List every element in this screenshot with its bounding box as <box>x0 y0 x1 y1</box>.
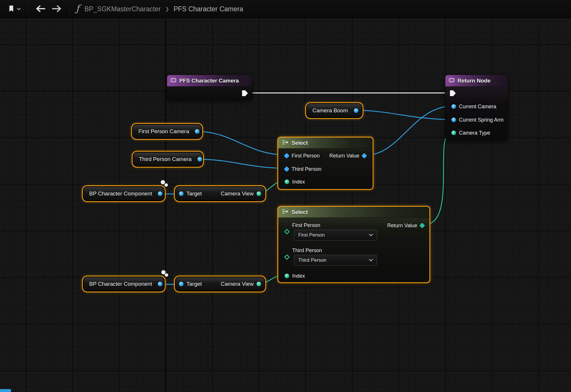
third-person-dropdown[interactable]: Third Person <box>294 255 377 266</box>
return-value-output-pin[interactable] <box>419 223 425 228</box>
breadcrumb: BP_SGKMasterCharacter ❯ PFS Character Ca… <box>85 5 243 13</box>
third-person-input-pin[interactable] <box>284 166 290 172</box>
grid-origin-line <box>165 18 166 392</box>
node-title: Select <box>292 140 308 146</box>
node-header: Return Node <box>445 75 508 87</box>
variable-get-bp-character-component-2[interactable]: BP Character Component <box>82 276 166 292</box>
index-input-pin[interactable] <box>285 179 289 184</box>
back-arrow-icon <box>35 5 45 13</box>
first-person-input-pin[interactable] <box>284 229 290 235</box>
wire-bubble <box>161 180 165 184</box>
variable-get-first-person-camera[interactable]: First Person Camera <box>131 123 203 140</box>
camera-view-node-2[interactable]: Target Camera View <box>174 276 266 292</box>
select-node-icon <box>282 209 289 215</box>
target-input-pin[interactable] <box>179 191 184 196</box>
toolbar-divider <box>69 3 69 15</box>
third-person-label: Third Person <box>292 248 322 254</box>
camera-view-output-pin[interactable] <box>257 191 261 196</box>
chevron-down-icon <box>17 7 21 11</box>
camera-view-node-1[interactable]: Target Camera View <box>174 185 266 202</box>
bookmark-icon <box>8 5 14 13</box>
select-node-compact[interactable]: Select First Person Return Value Third P… <box>277 137 374 190</box>
object-output-pin[interactable] <box>354 108 358 113</box>
third-person-camera-wire <box>198 159 285 168</box>
return-value-output-pin[interactable] <box>361 153 367 159</box>
function-node-icon <box>449 78 455 84</box>
node-header: Select <box>278 207 429 218</box>
exec-input-pin[interactable] <box>450 90 456 96</box>
current-spring-arm-pin[interactable] <box>451 118 456 122</box>
dropdown-value: Third Person <box>298 257 369 263</box>
object-output-pin[interactable] <box>158 191 162 196</box>
forward-arrow-icon <box>52 5 62 13</box>
wire-bubble <box>165 273 168 277</box>
camera-view-output-pin[interactable] <box>257 282 261 286</box>
pin-label: Camera Type <box>459 130 490 136</box>
pin-label: Third Person <box>292 166 321 172</box>
bottom-left-accent <box>0 389 11 392</box>
breadcrumb-root[interactable]: BP_SGKMasterCharacter <box>85 5 161 13</box>
variable-get-third-person-camera[interactable]: Third Person Camera <box>132 151 204 168</box>
back-button[interactable] <box>33 3 48 15</box>
pin-label: Current Spring Arm <box>459 117 504 123</box>
dropdown-value: First Person <box>298 232 369 238</box>
breadcrumb-current[interactable]: PFS Character Camera <box>173 5 243 13</box>
first-person-input-pin[interactable] <box>284 153 290 159</box>
variable-get-bp-character-component-1[interactable]: BP Character Component <box>82 185 166 202</box>
pin-label: Index <box>292 273 305 279</box>
function-entry-node[interactable]: PFS Character Camera <box>167 75 252 100</box>
forward-button[interactable] <box>50 3 65 15</box>
pin-label: Target <box>186 281 202 287</box>
exec-output-pin[interactable] <box>242 90 248 96</box>
pin-label: Index <box>292 179 305 185</box>
select-node-icon <box>282 140 289 146</box>
node-title: Select <box>292 209 308 215</box>
pin-label: First Person <box>292 153 320 159</box>
node-title: Camera Boom <box>312 107 348 114</box>
select-return-wire <box>367 106 452 155</box>
function-node-icon <box>171 78 176 84</box>
breadcrumb-separator-icon: ❯ <box>165 6 169 12</box>
wire-bubble <box>164 183 168 187</box>
graph-toolbar: ƒ BP_SGKMasterCharacter ❯ PFS Character … <box>0 0 571 18</box>
node-header: Select <box>278 138 373 149</box>
node-title: BP Character Component <box>89 281 152 287</box>
first-person-label: First Person <box>292 222 320 228</box>
node-header: PFS Character Camera <box>167 75 252 87</box>
node-title: BP Character Component <box>89 190 152 197</box>
index-input-pin[interactable] <box>285 274 289 278</box>
function-icon: ƒ <box>76 3 79 14</box>
object-output-pin[interactable] <box>158 282 162 286</box>
variable-get-camera-boom[interactable]: Camera Boom <box>305 102 363 119</box>
return-node[interactable]: Return Node Current Camera Current Sprin… <box>445 75 508 140</box>
pin-label: Return Value <box>387 223 417 229</box>
graph-canvas[interactable]: PFS Character Camera Return Node Current… <box>0 18 571 392</box>
pin-label: Current Camera <box>459 104 496 110</box>
camera-type-pin[interactable] <box>451 131 456 135</box>
pin-label: Target <box>186 190 202 197</box>
camera-boom-wire <box>357 110 451 120</box>
first-person-dropdown[interactable]: First Person <box>294 230 377 241</box>
object-output-pin[interactable] <box>197 157 202 162</box>
pin-label: Return Value <box>329 153 359 159</box>
third-person-input-pin[interactable] <box>284 254 290 260</box>
chevron-down-icon <box>369 258 373 263</box>
pin-label: Camera View <box>221 190 254 197</box>
object-output-pin[interactable] <box>195 129 200 134</box>
target-input-pin[interactable] <box>179 282 184 286</box>
pin-label: Camera View <box>221 281 254 287</box>
node-title: Third Person Camera <box>139 156 192 162</box>
node-title: Return Node <box>457 78 491 84</box>
first-person-camera-wire <box>198 131 285 155</box>
node-title: PFS Character Camera <box>179 78 239 84</box>
current-camera-pin[interactable] <box>451 104 456 109</box>
chevron-down-icon <box>369 232 373 238</box>
toolbar-divider <box>28 3 28 15</box>
node-title: First Person Camera <box>138 128 189 135</box>
wire-layer <box>0 18 571 392</box>
bookmarks-button[interactable] <box>6 3 23 15</box>
select-node-expanded[interactable]: Select First Person First Person Third P… <box>277 206 430 283</box>
